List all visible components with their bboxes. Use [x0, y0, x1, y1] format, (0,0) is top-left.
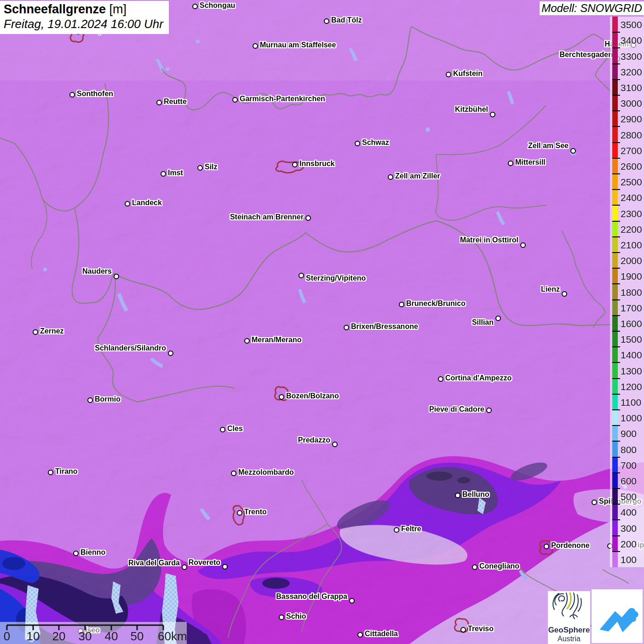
- map-title-unit: [m]: [106, 2, 126, 16]
- city-label: Zell am Ziller: [395, 172, 440, 180]
- legend-value: 3400: [621, 35, 644, 45]
- city-dot-icon: [192, 4, 198, 9]
- city-label: Brixen/Bressanone: [351, 322, 418, 331]
- city-label: Sillian: [472, 318, 494, 327]
- legend-value: 2100: [621, 240, 644, 250]
- city-dot-icon: [168, 351, 173, 356]
- legend-tick: [612, 535, 620, 536]
- city-dot-icon: [592, 500, 597, 505]
- city-dot-icon: [156, 100, 162, 105]
- city-label: Pordenone: [551, 541, 590, 550]
- legend-color-cell: [612, 410, 618, 426]
- legend-tick: [612, 32, 620, 33]
- city-label: Belluno: [462, 490, 489, 499]
- legend-color-cell: [612, 95, 618, 111]
- legend-tick: [612, 441, 620, 442]
- city-label: Tirano: [55, 467, 78, 476]
- legend-tick: [612, 504, 620, 505]
- scale-number: 30: [79, 629, 92, 644]
- legend-color-cell: [612, 362, 618, 378]
- legend-value: 3300: [621, 52, 644, 61]
- legend-color-cell: [612, 190, 618, 205]
- city-dot-icon: [292, 162, 298, 167]
- city-label: Kufstein: [453, 69, 483, 78]
- city-dot-icon: [399, 302, 404, 307]
- city-label: Schlanders/Silandro: [95, 344, 166, 352]
- legend-value: 400: [621, 507, 644, 517]
- legend-value: 2400: [621, 193, 644, 202]
- legend-tick: [612, 346, 620, 347]
- map-title: Schneefallgrenze [m]: [4, 2, 163, 17]
- city-dot-icon: [182, 564, 187, 570]
- city-label: Schio: [286, 612, 306, 621]
- legend-color-cell: [612, 48, 618, 63]
- legend-value: 1600: [621, 319, 644, 328]
- legend-value: 3200: [621, 67, 644, 77]
- city-label: Innsbruck: [299, 160, 334, 168]
- city-label: Zell am See: [528, 142, 569, 150]
- legend-value: 3500: [621, 20, 644, 29]
- legend-color-cell: [612, 174, 618, 190]
- legend-value: 2700: [621, 146, 644, 155]
- city-label: Bormio: [95, 395, 121, 403]
- model-label: Modell: SNOWGRID: [540, 1, 644, 15]
- city-label: Mittersill: [515, 158, 546, 167]
- legend-tick: [612, 519, 620, 520]
- legend-color-cell: [612, 32, 618, 48]
- legend-tick: [612, 299, 620, 300]
- legend-color-cell: [612, 473, 618, 489]
- legend-value: 1100: [621, 397, 644, 407]
- legend-value: 2800: [621, 130, 644, 140]
- city-dot-icon: [232, 97, 238, 103]
- city-dot-icon: [455, 493, 460, 498]
- city-dot-icon: [349, 598, 355, 604]
- legend-panel: 3500340033003200310030002900280027002600…: [610, 17, 644, 567]
- map-title-main: Schneefallgrenze: [4, 2, 106, 16]
- city-dot-icon: [69, 92, 75, 98]
- city-label: Bruneck/Brunico: [406, 299, 466, 308]
- legend-tick: [612, 551, 620, 552]
- legend-value: 1200: [621, 382, 644, 391]
- city-label: Rovereto: [189, 558, 220, 567]
- legend-tick: [612, 252, 620, 253]
- legend-value: 2600: [621, 161, 644, 171]
- city-label: Treviso: [468, 625, 494, 633]
- legend-value: 2300: [621, 209, 644, 218]
- legend-color-cell: [612, 221, 618, 237]
- city-label: Schongau: [200, 1, 235, 10]
- legend-tick: [612, 47, 620, 48]
- city-label: Bad Tölz: [331, 16, 362, 24]
- legend-color-cell: [612, 379, 618, 394]
- legend-color-cell: [612, 158, 618, 174]
- city-label: Zernez: [40, 327, 64, 335]
- mountain-cloud-icon: [595, 594, 639, 638]
- city-label: Silz: [205, 163, 218, 171]
- city-dot-icon: [357, 632, 363, 638]
- city-label: Conegliano: [479, 562, 519, 570]
- city-dot-icon: [87, 397, 93, 403]
- legend-tick: [612, 95, 620, 96]
- legend-color-cell: [612, 111, 618, 126]
- city-label: Bienno: [80, 548, 105, 557]
- city-label: Berchtesgaden: [559, 51, 613, 59]
- city-dot-icon: [520, 242, 526, 248]
- legend-tick: [612, 189, 620, 190]
- legend-value: 900: [621, 429, 644, 438]
- legend-tick: [612, 110, 620, 111]
- city-dot-icon: [299, 273, 304, 278]
- city-label: Schwaz: [362, 138, 389, 147]
- legend-color-cell: [612, 237, 618, 253]
- legend-color-cell: [612, 441, 618, 457]
- legend-color-cell: [612, 126, 618, 142]
- scale-number: 60km: [158, 629, 187, 644]
- legend-color-cell: [612, 80, 618, 95]
- legend-tick: [612, 472, 620, 473]
- scale-number: 0: [4, 629, 10, 644]
- city-dot-icon: [355, 141, 360, 146]
- city-dot-icon: [344, 325, 349, 330]
- legend-value: 500: [621, 492, 644, 501]
- legend-tick: [612, 126, 620, 127]
- legend-color-cell: [612, 457, 618, 473]
- legend-value: 800: [621, 445, 644, 454]
- city-dot-icon: [237, 510, 242, 516]
